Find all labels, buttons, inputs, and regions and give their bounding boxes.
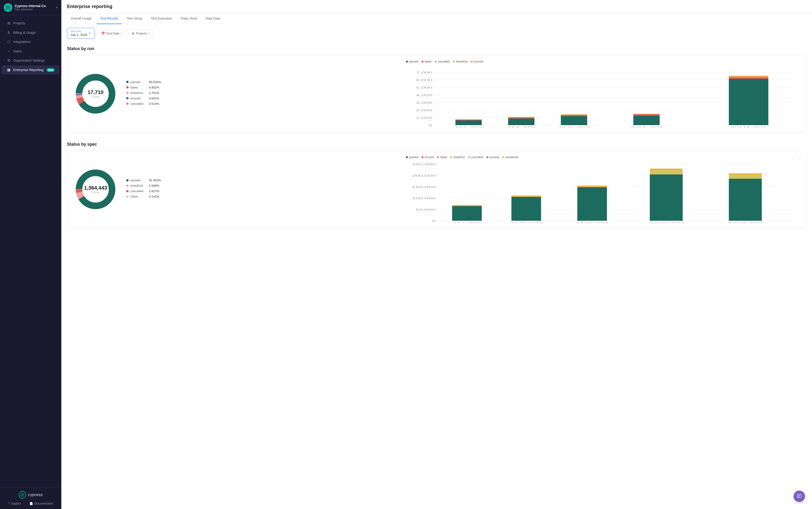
legend-failed: failed 4.952% — [126, 86, 161, 89]
spec-bar-legend-label-running: running — [489, 156, 499, 159]
end-date-filter[interactable]: 📅 End Date ▾ — [98, 30, 125, 37]
legend-dot-cancelled — [126, 102, 128, 105]
reporting-icon: ▦ — [7, 68, 11, 72]
spec-bar-legend-cancelled: cancelled — [468, 156, 483, 159]
run-donut-total: 17,710 — [87, 89, 103, 95]
svg-text:100,000: 100,000 — [412, 197, 436, 200]
org-header[interactable]: Cypress Internal Co Dan Johansen ▾ — [0, 0, 61, 15]
sidebar-links: ? Support 📄 Documentation — [4, 502, 58, 505]
page-header: Enterprise reporting — [61, 0, 812, 13]
bar-aug5-passed — [633, 116, 660, 125]
spec-bar-section: passed errored failed timedOut — [406, 156, 801, 223]
sidebar-item-enterprise-reporting[interactable]: ▦ Enterprise Reporting New — [2, 65, 60, 74]
sidebar-item-integrations[interactable]: ⬡ Integrations — [2, 37, 60, 46]
tab-test-setup[interactable]: Test Setup — [123, 13, 146, 24]
spec-bar-legend-label-timedout: timedOut — [453, 156, 465, 159]
svg-text:Jul 1, 2024: Jul 1, 2024 — [452, 222, 481, 223]
run-donut-section: 17,710 TOTAL passed 90.932% failed 4.952… — [72, 60, 401, 128]
sidebar-item-label-projects: Projects — [13, 21, 25, 25]
chat-float-button[interactable] — [793, 490, 805, 502]
legend-pct-cancelled: 0.514% — [149, 102, 159, 105]
svg-text:Aug 12, 2024: Aug 12, 2024 — [649, 222, 684, 223]
bar-legend-dot-failed — [421, 61, 423, 63]
spec-legend-pct-timedout: 5.568% — [149, 184, 159, 188]
spec-donut-label: TOTAL — [84, 191, 107, 194]
sidebar-bottom: cypress ? Support 📄 Documentation — [0, 487, 61, 509]
docs-icon: 📄 — [30, 502, 33, 505]
spec-donut-center: 1,364,443 TOTAL — [84, 185, 107, 194]
bar-legend-label-errored: errored — [474, 60, 483, 63]
status-by-run-title: Status by run — [67, 46, 806, 51]
bar-legend-passed: passed — [406, 60, 418, 63]
end-date-chevron-icon: ▾ — [120, 32, 122, 35]
status-by-run-card: 17,710 TOTAL passed 90.932% failed 4.952… — [67, 55, 806, 132]
spec-legend-name-cancelled: cancelled — [131, 189, 147, 193]
run-bar-chart: 0 1,000 2,000 3,000 4,000 5,000 6,000 7,… — [406, 66, 801, 128]
svg-text:50,000: 50,000 — [416, 208, 436, 211]
spec-legend-cancelled: cancelled 2.827% — [126, 189, 161, 193]
sidebar-item-billing[interactable]: $ Billing & Usage — [2, 28, 60, 37]
bar-aug19-errored — [729, 76, 769, 76]
projects-filter[interactable]: ⊞ Projects ▾ — [128, 30, 153, 37]
new-badge: New — [47, 68, 54, 72]
settings-icon: ⚙ — [7, 58, 11, 63]
cypress-circle-icon — [19, 491, 26, 499]
spec-bar-aug12-other — [650, 169, 683, 170]
tab-test-results[interactable]: Test Results — [97, 13, 122, 24]
cypress-logo-text: cypress — [28, 493, 43, 497]
legend-name-timedout: timedOut — [131, 91, 147, 95]
legend-name-passed: passed — [131, 80, 147, 84]
bar-aug5-errored — [633, 114, 660, 114]
start-date-clear-icon[interactable]: ✕ — [88, 31, 91, 35]
sidebar-nav: ⊞ Projects $ Billing & Usage ⬡ Integrati… — [0, 15, 61, 487]
svg-text:0: 0 — [432, 220, 436, 223]
sidebar-item-org-settings[interactable]: ⚙ Organization Settings — [2, 56, 60, 65]
svg-text:4,000: 4,000 — [416, 94, 433, 97]
spec-donut-total: 1,364,443 — [84, 185, 107, 191]
docs-link[interactable]: 📄 Documentation — [30, 502, 53, 505]
tab-flaky-tests[interactable]: Flaky Tests — [177, 13, 201, 24]
svg-point-1 — [7, 7, 9, 8]
start-date-filter[interactable]: Start Date July 1, 2024 ✕ — [67, 28, 95, 39]
tab-raw-data[interactable]: Raw Data — [202, 13, 224, 24]
projects-chevron-icon: ▾ — [148, 32, 150, 35]
bar-legend-label-cancelled: cancelled — [438, 60, 450, 63]
svg-text:250,000: 250,000 — [412, 163, 436, 166]
legend-dot-errored — [126, 97, 128, 99]
status-by-spec-title: Status by spec — [67, 142, 806, 147]
tab-overall-usage[interactable]: Overall Usage — [67, 13, 96, 24]
run-donut-legend: passed 90.932% failed 4.952% timedOut 2.… — [126, 80, 161, 107]
spec-bar-legend-passed: passed — [406, 156, 418, 159]
spec-bar-legend: passed errored failed timedOut — [406, 156, 797, 159]
spec-bar-jul29-passed — [577, 187, 607, 221]
sidebar-item-projects[interactable]: ⊞ Projects — [2, 19, 60, 28]
spec-donut-legend: passed 91.463% timedOut 5.568% cancelled… — [126, 178, 161, 200]
spec-bar-jul15-passed — [511, 197, 541, 221]
more-options-icon[interactable]: ⋯ — [797, 156, 801, 161]
svg-text:3,000: 3,000 — [416, 102, 433, 104]
sidebar-item-label-enterprise: Enterprise Reporting — [13, 68, 43, 72]
svg-text:5,000: 5,000 — [416, 87, 433, 89]
spec-bar-aug12-passed — [650, 174, 683, 221]
bar-legend-label-passed: passed — [409, 60, 418, 63]
spec-bar-legend-label-passed: passed — [409, 156, 418, 159]
bar-legend-failed: failed — [421, 60, 432, 63]
spec-bar-jul15-other — [511, 196, 541, 197]
bar-jul8-failed — [508, 117, 534, 118]
svg-rect-54 — [797, 494, 801, 498]
legend-timedout: timedOut 2.761% — [126, 91, 161, 95]
sidebar-item-label-billing: Billing & Usage — [13, 31, 36, 34]
spec-legend-name-timedout: timedOut — [131, 184, 147, 188]
tab-test-execution[interactable]: Test Execution — [147, 13, 176, 24]
legend-pct-errored: 0.841% — [149, 97, 159, 100]
spec-bar-legend-dot-failed — [437, 156, 439, 158]
chevron-down-icon: ▾ — [56, 6, 58, 9]
spec-legend-other: Other 0.142% — [126, 195, 161, 198]
legend-errored: errored 0.841% — [126, 97, 161, 100]
bar-aug19-passed — [729, 79, 769, 125]
svg-text:1,000: 1,000 — [416, 116, 433, 119]
bar-legend-dot-cancelled — [435, 61, 437, 63]
sidebar-item-users[interactable]: ○ Users — [2, 47, 60, 56]
support-link[interactable]: ? Support — [8, 502, 21, 505]
spec-bar-legend-errored: errored — [421, 156, 434, 159]
